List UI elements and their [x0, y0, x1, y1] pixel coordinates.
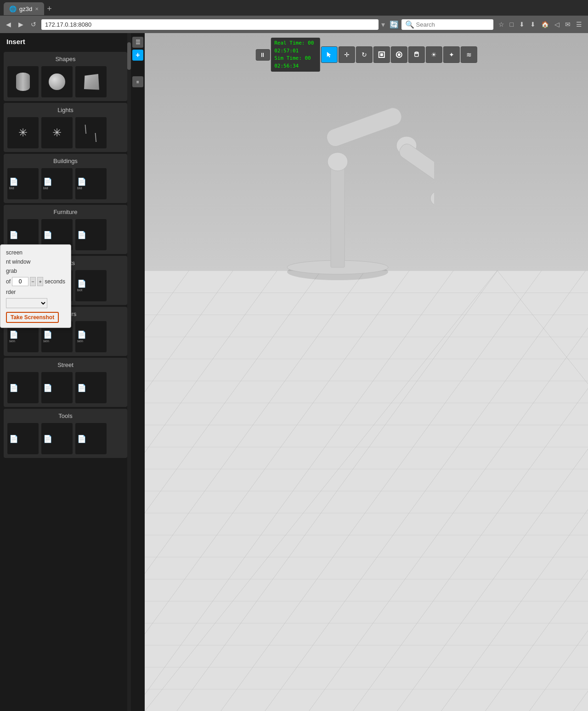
furniture-item-3[interactable]: 📄: [75, 219, 107, 250]
back-button[interactable]: ◀: [4, 20, 13, 29]
sun-tool[interactable]: ☀: [426, 46, 442, 63]
scene-grid: [145, 271, 588, 711]
order-label: rder: [6, 289, 16, 295]
directional-light-item[interactable]: ✳: [41, 117, 73, 148]
sun-icon: ☀: [431, 51, 437, 58]
shapes-title: Shapes: [7, 56, 124, 62]
active-tab[interactable]: 🌐 gz3d ✕: [4, 2, 44, 15]
tool-item-3[interactable]: 📄: [75, 423, 107, 454]
sensor-file-icon-2: 📄sen: [41, 328, 73, 345]
point-light-icon: ✳: [18, 126, 28, 139]
sensor-file-icon-1: 📄sen: [7, 328, 39, 345]
delay-label: of: [6, 278, 11, 285]
sensor-file-icon-3: 📄sen: [75, 328, 107, 345]
new-tab-button[interactable]: +: [44, 4, 55, 14]
save-screen-label: screen: [6, 249, 23, 256]
save-window-row: nt window: [6, 259, 65, 265]
search-input[interactable]: [416, 21, 490, 28]
take-screenshot-button[interactable]: Take Screenshot: [6, 312, 59, 323]
search-box[interactable]: 🔍: [401, 19, 493, 30]
svg-point-15: [398, 53, 401, 56]
list-view-button[interactable]: ≡: [132, 76, 143, 87]
save-window-label: nt window: [6, 259, 30, 265]
home-icon[interactable]: 🏠: [539, 20, 551, 29]
order-select[interactable]: [6, 298, 47, 308]
delay-decrement[interactable]: −: [30, 277, 36, 286]
street-item-2[interactable]: 📄: [41, 372, 73, 403]
spot-light-item[interactable]: ⟍⟍: [75, 117, 107, 148]
back-nav-icon[interactable]: ◁: [552, 20, 562, 29]
cylinder-icon: [413, 51, 420, 58]
shape-cylinder-item[interactable]: [7, 66, 39, 97]
side-strip: ☰ + ≡: [131, 33, 145, 711]
sim-time-label: Sim Time:: [274, 55, 302, 61]
building-file-icon-1: 📄bld: [7, 175, 39, 192]
street-item-1[interactable]: 📄: [7, 372, 39, 403]
refresh-button[interactable]: ↺: [28, 20, 39, 29]
tab-close-button[interactable]: ✕: [35, 6, 39, 11]
furniture-title: Furniture: [7, 209, 124, 215]
dropdown-icon: ▾: [381, 20, 385, 29]
point-light-item[interactable]: ✳: [7, 117, 39, 148]
building-item-2[interactable]: 📄bld: [41, 168, 73, 199]
star-tool[interactable]: ✦: [443, 46, 460, 63]
delay-increment[interactable]: +: [37, 277, 43, 286]
furniture-file-icon-1: 📄: [7, 229, 39, 241]
cylinder-view-tool[interactable]: [408, 46, 425, 63]
insert-header: Insert: [0, 33, 131, 50]
svg-rect-13: [380, 53, 383, 56]
left-panel: Insert Shapes Lights ✳: [0, 33, 131, 711]
lines-tool[interactable]: ≋: [461, 46, 477, 63]
tool-item-2[interactable]: 📄: [41, 423, 73, 454]
delay-input[interactable]: [12, 277, 28, 286]
street-title: Street: [7, 361, 124, 368]
robot-arm-svg: [260, 88, 434, 295]
email-icon[interactable]: ✉: [563, 20, 573, 29]
lights-section: Lights ✳ ✳ ⟍⟍: [4, 103, 127, 152]
download-icon[interactable]: ⬇: [528, 20, 538, 29]
pocket-icon[interactable]: ⬇: [517, 20, 527, 29]
sphere-view-tool[interactable]: [391, 46, 407, 63]
street-grid: 📄 📄 📄: [7, 372, 124, 403]
grab-row: grab: [6, 268, 65, 274]
rotate-icon: ↻: [362, 51, 367, 58]
select-tool[interactable]: [321, 46, 338, 63]
bookmark-icon[interactable]: ☆: [496, 20, 507, 29]
reader-icon[interactable]: □: [508, 20, 516, 29]
secure-icon: 🔄: [390, 20, 399, 29]
hamburger-menu-button[interactable]: ☰: [132, 37, 143, 48]
forward-button[interactable]: ▶: [16, 20, 26, 29]
viewport[interactable]: ⏸ Real Time: 00 02:57:01 Sim Time: 00 02…: [145, 33, 588, 711]
tool-item-1[interactable]: 📄: [7, 423, 39, 454]
delay-unit-label: seconds: [45, 278, 65, 285]
svg-rect-6: [331, 162, 345, 267]
shape-cube-item[interactable]: [75, 66, 107, 97]
sensor-item-3[interactable]: 📄sen: [75, 321, 107, 352]
tab-bar: 🌐 gz3d ✕ +: [0, 0, 588, 16]
rotate-tool[interactable]: ↻: [356, 46, 373, 63]
lights-grid: ✳ ✳ ⟍⟍: [7, 117, 124, 148]
spot-light-icon: ⟍⟍: [76, 118, 106, 147]
tools-section: Tools 📄 📄 📄: [4, 409, 127, 458]
screenshot-popup: screen nt window grab of − + seconds rde…: [0, 244, 71, 328]
menu-icon[interactable]: ☰: [574, 20, 584, 29]
tool-file-icon-1: 📄: [7, 433, 39, 445]
translate-tool[interactable]: ✛: [339, 46, 355, 63]
tool-file-icon-2: 📄: [41, 433, 73, 445]
building-item-3[interactable]: 📄bld: [75, 168, 107, 199]
street-file-icon-1: 📄: [7, 382, 39, 394]
shape-sphere-item[interactable]: [41, 66, 73, 97]
street-item-3[interactable]: 📄: [75, 372, 107, 403]
browser-toolbar-icons: ☆ □ ⬇ ⬇ 🏠 ◁ ✉ ☰: [496, 20, 584, 29]
svg-rect-1: [145, 271, 588, 711]
pause-button[interactable]: ⏸: [255, 49, 270, 61]
svg-point-7: [328, 152, 348, 171]
robot-item-3[interactable]: 📄bot: [75, 270, 107, 301]
street-file-icon-2: 📄: [41, 382, 73, 394]
add-model-button[interactable]: +: [132, 50, 143, 61]
url-input[interactable]: [41, 19, 379, 30]
street-file-icon-3: 📄: [75, 382, 107, 394]
box-view-tool[interactable]: [373, 46, 390, 63]
building-item-1[interactable]: 📄bld: [7, 168, 39, 199]
scrollbar-thumb[interactable]: [127, 42, 131, 70]
